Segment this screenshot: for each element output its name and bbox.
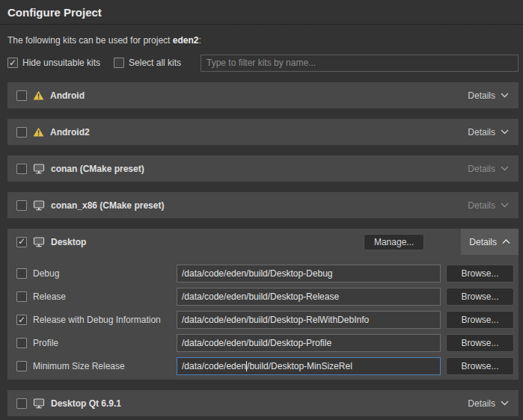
kit-row-conan: conan (CMake preset) Details bbox=[7, 155, 519, 182]
intro-text: The following kits can be used for proje… bbox=[7, 35, 519, 46]
select-all-kits-checkbox-group[interactable]: Select all kits bbox=[114, 58, 181, 68]
config-row-relwithdebinfo: Release with Debug Information /data/cod… bbox=[16, 311, 514, 329]
manage-kits-button[interactable]: Manage... bbox=[364, 234, 424, 250]
chevron-down-icon bbox=[501, 166, 509, 171]
details-label: Details bbox=[468, 127, 495, 138]
kit-desktop-name: Desktop bbox=[51, 237, 86, 247]
config-row-profile: Profile /data/code/eden/build/Desktop-Pr… bbox=[16, 334, 514, 352]
config-minsizerel-label: Minimum Size Release bbox=[33, 361, 125, 371]
config-relwithdebinfo-left: Release with Debug Information bbox=[16, 315, 177, 325]
kit-conan-details-button[interactable]: Details bbox=[468, 164, 519, 174]
kit-row-desktop-qt: Desktop Qt 6.9.1 Details bbox=[7, 390, 519, 416]
kit-row-android2: Android2 Details bbox=[7, 119, 519, 145]
config-release-path-input[interactable]: /data/code/eden/build/Desktop-Release bbox=[177, 288, 441, 306]
config-release-browse-button[interactable]: Browse... bbox=[446, 288, 514, 306]
kit-android2-name: Android2 bbox=[50, 127, 90, 138]
config-minsizerel-left: Minimum Size Release bbox=[16, 361, 177, 371]
config-minsizerel-path-before-caret: /data/code/eden bbox=[182, 361, 246, 371]
config-row-debug: Debug /data/code/eden/build/Desktop-Debu… bbox=[16, 265, 514, 282]
config-relwithdebinfo-path-text: /data/code/eden/build/Desktop-RelWithDeb… bbox=[182, 315, 369, 325]
project-name: eden2 bbox=[173, 35, 199, 46]
desktop-monitor-icon bbox=[33, 164, 45, 174]
hide-unsuitable-kits-label: Hide unsuitable kits bbox=[22, 58, 100, 68]
config-release-left: Release bbox=[16, 291, 177, 302]
warning-icon bbox=[33, 90, 44, 100]
chevron-down-icon bbox=[501, 129, 509, 135]
config-minsizerel-checkbox[interactable] bbox=[16, 361, 27, 371]
details-label: Details bbox=[469, 237, 497, 247]
kit-row-conan-x86: conan_x86 (CMake preset) Details bbox=[7, 192, 519, 218]
desktop-monitor-icon bbox=[33, 200, 45, 211]
config-profile-label: Profile bbox=[33, 338, 58, 348]
config-relwithdebinfo-browse-button[interactable]: Browse... bbox=[446, 311, 514, 329]
kit-android2-details-button[interactable]: Details bbox=[468, 127, 519, 138]
kit-row-android: Android Details bbox=[7, 82, 519, 108]
config-relwithdebinfo-path-input[interactable]: /data/code/eden/build/Desktop-RelWithDeb… bbox=[177, 311, 441, 329]
title-separator bbox=[0, 24, 523, 25]
intro-text-after: : bbox=[198, 35, 201, 46]
config-debug-browse-button[interactable]: Browse... bbox=[446, 265, 514, 282]
chevron-down-icon bbox=[501, 203, 509, 208]
kit-android-checkbox[interactable] bbox=[16, 90, 27, 101]
config-debug-checkbox[interactable] bbox=[16, 268, 27, 279]
config-minsizerel-browse-button[interactable]: Browse... bbox=[446, 357, 514, 375]
config-profile-path-input[interactable]: /data/code/eden/build/Desktop-Profile bbox=[177, 334, 441, 352]
kit-desktop-checkbox[interactable] bbox=[16, 237, 27, 247]
kit-conan-x86-name: conan_x86 (CMake preset) bbox=[51, 200, 164, 211]
kit-android-details-button[interactable]: Details bbox=[468, 90, 519, 101]
kit-conan-name: conan (CMake preset) bbox=[51, 164, 144, 174]
kit-filter-input[interactable] bbox=[201, 55, 519, 72]
config-minsizerel-path-input[interactable]: /data/code/eden/build/Desktop-MinSizeRel bbox=[177, 357, 441, 375]
desktop-monitor-icon bbox=[33, 398, 45, 409]
kit-conan-x86-checkbox[interactable] bbox=[16, 200, 27, 211]
config-release-checkbox[interactable] bbox=[16, 291, 27, 302]
kit-android2-checkbox[interactable] bbox=[16, 127, 27, 138]
kit-android-name: Android bbox=[50, 90, 85, 101]
warning-icon bbox=[33, 127, 44, 137]
config-row-release: Release /data/code/eden/build/Desktop-Re… bbox=[16, 288, 514, 306]
config-profile-checkbox[interactable] bbox=[16, 338, 27, 348]
kit-desktop-qt-name: Desktop Qt 6.9.1 bbox=[51, 398, 121, 409]
desktop-monitor-icon bbox=[33, 237, 45, 247]
config-debug-label: Debug bbox=[33, 268, 59, 279]
select-all-kits-checkbox[interactable] bbox=[114, 58, 124, 68]
config-row-minsizerel: Minimum Size Release /data/code/eden/bui… bbox=[16, 357, 514, 375]
config-debug-path-input[interactable]: /data/code/eden/build/Desktop-Debug bbox=[177, 265, 441, 282]
chevron-down-icon bbox=[501, 401, 509, 406]
details-label: Details bbox=[468, 398, 495, 409]
filter-controls: Hide unsuitable kits Select all kits bbox=[7, 54, 519, 72]
config-release-label: Release bbox=[33, 291, 66, 302]
config-debug-path-text: /data/code/eden/build/Desktop-Debug bbox=[182, 268, 332, 279]
kit-row-desktop: Desktop Manage... Details bbox=[7, 229, 519, 255]
config-relwithdebinfo-label: Release with Debug Information bbox=[33, 315, 161, 325]
kit-section-desktop: Desktop Manage... Details Debug /data/co… bbox=[7, 229, 519, 380]
kit-conan-x86-details-button[interactable]: Details bbox=[468, 200, 519, 211]
kit-desktop-details-button[interactable]: Details bbox=[461, 229, 519, 255]
config-profile-left: Profile bbox=[16, 338, 177, 348]
page-title: Configure Project bbox=[7, 0, 519, 24]
hide-unsuitable-kits-checkbox-group[interactable]: Hide unsuitable kits bbox=[7, 58, 100, 68]
config-profile-browse-button[interactable]: Browse... bbox=[446, 334, 514, 352]
config-minsizerel-path-after-caret: /build/Desktop-MinSizeRel bbox=[247, 361, 352, 371]
config-relwithdebinfo-checkbox[interactable] bbox=[16, 315, 27, 325]
select-all-kits-label: Select all kits bbox=[129, 58, 181, 68]
config-profile-path-text: /data/code/eden/build/Desktop-Profile bbox=[182, 338, 331, 348]
details-label: Details bbox=[468, 164, 495, 174]
details-label: Details bbox=[468, 90, 495, 101]
kit-desktop-qt-details-button[interactable]: Details bbox=[468, 398, 519, 409]
config-release-path-text: /data/code/eden/build/Desktop-Release bbox=[182, 291, 339, 302]
hide-unsuitable-kits-checkbox[interactable] bbox=[7, 58, 18, 68]
kit-conan-checkbox[interactable] bbox=[16, 164, 27, 174]
configure-project-page: Configure Project The following kits can… bbox=[0, 0, 523, 416]
chevron-up-icon bbox=[502, 239, 510, 244]
config-debug-left: Debug bbox=[16, 268, 177, 279]
details-label: Details bbox=[468, 200, 495, 211]
chevron-down-icon bbox=[501, 93, 509, 98]
intro-text-before: The following kits can be used for proje… bbox=[7, 35, 173, 46]
kit-desktop-qt-checkbox[interactable] bbox=[16, 398, 27, 409]
